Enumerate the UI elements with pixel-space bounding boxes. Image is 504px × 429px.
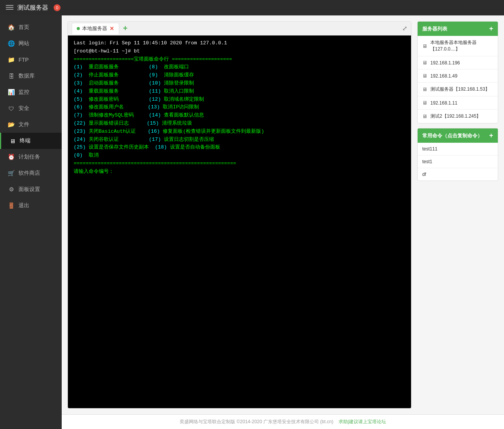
terminal-tab-label: 本地服务器 <box>82 25 107 32</box>
header: 测试服务器 0 <box>0 0 504 15</box>
servers-section-header: 服务器列表 + <box>418 22 498 36</box>
sidebar-item-security[interactable]: 🛡安全 <box>0 100 62 117</box>
sidebar-icon-ftp: 📁 <box>8 56 15 63</box>
server-list-item[interactable]: 🖥测试服务器【192.168.1.53】 <box>418 83 498 96</box>
server-name: 192.168.1.11 <box>430 100 457 106</box>
server-icon: 🖥 <box>422 73 427 79</box>
sidebar-icon-cron: ⏰ <box>8 154 15 160</box>
sidebar-item-cron[interactable]: ⏰计划任务 <box>0 149 62 165</box>
command-list-item[interactable]: test1 <box>418 155 498 168</box>
server-name: 本地服务器本地服务器【127.0.0....】 <box>430 39 493 52</box>
sidebar-label-files: 文件 <box>19 121 29 128</box>
terminal-tab-local[interactable]: 本地服务器 ✕ <box>72 23 119 34</box>
server-icon: 🖥 <box>422 60 427 66</box>
server-list-item[interactable]: 🖥测试2【192.168.1.245】 <box>418 110 498 123</box>
sidebar-icon-monitor: 📊 <box>8 89 15 96</box>
server-icon: 🖥 <box>422 43 427 49</box>
commands-section-title: 常用命令（点击复制命令） <box>422 132 482 139</box>
server-name: 测试2【192.168.1.245】 <box>430 113 481 120</box>
content-area: 本地服务器 ✕ + ⤢ Last login: Fri Sep 11 10:45… <box>62 15 504 429</box>
sidebar-label-store: 软件商店 <box>19 170 40 177</box>
servers-section-title: 服务器列表 <box>422 25 447 32</box>
command-list-item[interactable]: df <box>418 168 498 181</box>
sidebar-icon-terminal: 🖥 <box>9 138 16 144</box>
sidebar-label-security: 安全 <box>19 105 29 112</box>
server-icon: 🖥 <box>422 113 427 119</box>
server-list-item[interactable]: 🖥192.168.1.196 <box>418 56 498 69</box>
header-title: 测试服务器 <box>17 4 48 12</box>
sidebar-label-database: 数据库 <box>19 73 35 79</box>
sidebar-item-monitor[interactable]: 📊监控 <box>0 84 62 100</box>
server-name: 192.168.1.196 <box>430 60 460 66</box>
sidebar-item-terminal[interactable]: 🖥终端 <box>0 133 62 149</box>
sidebar-item-database[interactable]: 🗄数据库 <box>0 68 62 84</box>
add-command-icon[interactable]: + <box>489 132 493 140</box>
server-name: 测试服务器【192.168.1.53】 <box>430 86 490 93</box>
tab-status-dot <box>77 27 80 30</box>
sidebar-icon-panel: ⚙ <box>8 186 15 193</box>
sidebar-label-monitor: 监控 <box>19 89 29 96</box>
sidebar-icon-database: 🗄 <box>8 73 15 79</box>
terminal-panel: 本地服务器 ✕ + ⤢ Last login: Fri Sep 11 10:45… <box>67 21 411 409</box>
terminal-body[interactable]: Last login: Fri Sep 11 10:45:10 2020 fro… <box>68 35 411 408</box>
sidebar-icon-logout: 🚪 <box>8 202 15 209</box>
sidebar-item-home[interactable]: 🏠首页 <box>0 19 62 35</box>
menu-icon <box>6 5 13 10</box>
server-list-item[interactable]: 🖥192.168.1.11 <box>418 96 498 110</box>
sidebar-icon-security: 🛡 <box>8 105 15 112</box>
sidebar-label-website: 网站 <box>19 40 29 47</box>
sidebar-label-logout: 退出 <box>19 202 29 209</box>
servers-list: 🖥本地服务器本地服务器【127.0.0....】🖥192.168.1.196🖥1… <box>418 36 498 123</box>
sidebar-icon-website: 🌐 <box>8 40 15 47</box>
sidebar-label-ftp: FTP <box>19 57 29 63</box>
right-panel: 服务器列表 + 🖥本地服务器本地服务器【127.0.0....】🖥192.168… <box>417 21 498 409</box>
sidebar-item-logout[interactable]: 🚪退出 <box>0 198 62 214</box>
commands-list: test111test1df <box>418 143 498 181</box>
sidebar-label-panel: 面板设置 <box>19 186 40 193</box>
sidebar-icon-files: 📂 <box>8 121 15 128</box>
tab-expand-icon[interactable]: ⤢ <box>402 25 407 32</box>
server-name: 192.168.1.49 <box>430 73 457 79</box>
notification-badge: 0 <box>54 4 61 11</box>
servers-section: 服务器列表 + 🖥本地服务器本地服务器【127.0.0....】🖥192.168… <box>417 21 498 123</box>
terminal-tabs-bar: 本地服务器 ✕ + ⤢ <box>68 22 411 35</box>
server-list-item[interactable]: 🖥本地服务器本地服务器【127.0.0....】 <box>418 36 498 56</box>
sidebar-item-panel[interactable]: ⚙面板设置 <box>0 181 62 198</box>
sidebar-item-files[interactable]: 📂文件 <box>0 117 62 133</box>
sidebar-icon-home: 🏠 <box>8 24 15 31</box>
sidebar-label-cron: 计划任务 <box>19 154 40 160</box>
sidebar-item-store[interactable]: 🛒软件商店 <box>0 165 62 181</box>
sidebar-item-ftp[interactable]: 📁FTP <box>0 52 62 68</box>
tab-close-icon[interactable]: ✕ <box>110 25 114 32</box>
terminal-output: Last login: Fri Sep 11 10:45:10 2020 fro… <box>68 35 411 180</box>
main-layout: 🏠首页🌐网站📁FTP🗄数据库📊监控🛡安全📂文件🖥终端⏰计划任务🛒软件商店⚙面板设… <box>0 15 504 429</box>
footer: 奕盛网络与宝塔联合定制版 ©2014-2020 广东堡塔安全技术有限公司 (bt… <box>62 414 504 429</box>
server-icon: 🖥 <box>422 100 427 106</box>
commands-section: 常用命令（点击复制命令） + test111test1df <box>417 128 498 181</box>
sidebar-label-home: 首页 <box>19 24 29 31</box>
tab-add-icon[interactable]: + <box>123 24 128 33</box>
server-icon: 🖥 <box>422 86 427 92</box>
command-list-item[interactable]: test111 <box>418 143 498 155</box>
sidebar-item-website[interactable]: 🌐网站 <box>0 35 62 52</box>
commands-section-header: 常用命令（点击复制命令） + <box>418 128 498 143</box>
footer-text: 奕盛网络与宝塔联合定制版 ©2014-2020 广东堡塔安全技术有限公司 (bt… <box>180 419 333 424</box>
server-list-item[interactable]: 🖥192.168.1.49 <box>418 69 498 83</box>
footer-link[interactable]: 求助|建议请上宝塔论坛 <box>339 419 386 424</box>
add-server-icon[interactable]: + <box>489 25 493 33</box>
sidebar: 🏠首页🌐网站📁FTP🗄数据库📊监控🛡安全📂文件🖥终端⏰计划任务🛒软件商店⚙面板设… <box>0 15 62 429</box>
sidebar-label-terminal: 终端 <box>20 137 30 144</box>
terminal-wrapper: 本地服务器 ✕ + ⤢ Last login: Fri Sep 11 10:45… <box>62 15 504 414</box>
sidebar-icon-store: 🛒 <box>8 170 15 177</box>
